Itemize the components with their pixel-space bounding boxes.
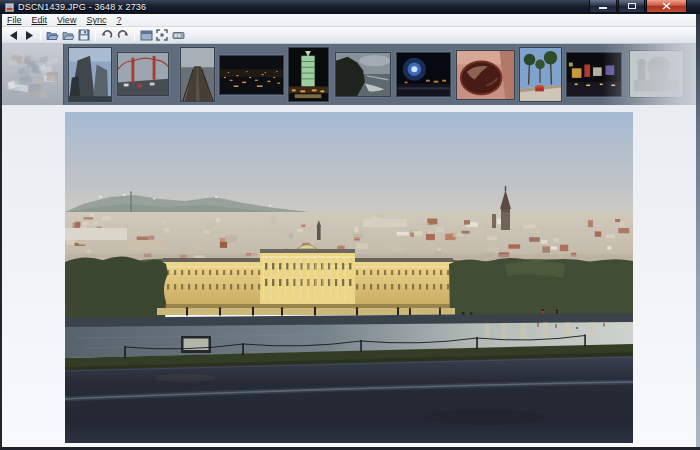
previous-image-button[interactable] [5,28,21,43]
minimize-button[interactable] [589,0,617,13]
window-frame-button[interactable] [138,28,154,43]
next-image-button[interactable] [21,28,37,43]
window-border-left [0,14,2,450]
fullscreen-icon [156,29,168,41]
skyscrapers-image [69,48,111,101]
close-icon [662,2,671,10]
arrow-left-icon [8,30,19,41]
menu-edit[interactable]: Edit [27,15,53,25]
thumbnail-lit-tower[interactable] [288,47,329,102]
open-folder-button[interactable] [60,28,76,43]
toolbar-separator [40,29,41,41]
lit-tower-image [289,48,328,101]
titlebar[interactable]: DSCN1439.JPG - 3648 x 2736 [0,0,700,14]
menu-help[interactable]: ? [111,15,126,25]
toolbar-separator [95,29,96,41]
thumbnail-skyscrapers[interactable] [68,47,112,102]
asphalt-path [65,356,633,443]
window-frame-icon [140,30,153,41]
menu-file[interactable]: File [2,15,27,25]
info-sign [181,336,211,353]
rotate-left-icon [101,29,113,41]
rotate-right-icon [117,29,129,41]
golden-gate-image [118,53,168,95]
fullscreen-button[interactable] [154,28,170,43]
open-file-button[interactable] [44,28,60,43]
close-button[interactable] [646,0,687,13]
maximize-button[interactable] [618,0,645,13]
schoenbrunn-photo [65,112,633,443]
image-viewer-window: DSCN1439.JPG - 3648 x 2736 File Edit Vie… [0,0,700,450]
thumbnail-pier-walkway[interactable] [180,47,215,102]
pier-walkway-image [181,48,214,101]
menu-sync[interactable]: Sync [81,15,111,25]
folder-icon [62,30,75,41]
filmstrip [2,44,698,105]
photo-wall-panel[interactable] [2,44,64,105]
photo-wall-graphic [2,44,64,105]
thumbnail-stormy-coast[interactable] [335,52,391,97]
window-title: DSCN1439.JPG - 3648 x 2736 [18,0,146,14]
thumbnail-sunglasses[interactable] [456,50,515,100]
arrow-right-icon [24,30,35,41]
thumbnail-bar-button[interactable] [170,28,186,43]
menubar: File Edit View Sync ? [2,14,698,27]
rotate-left-button[interactable] [99,28,115,43]
rotate-right-button[interactable] [115,28,131,43]
window-border-right [696,14,700,450]
toolbar-separator [134,29,135,41]
stormy-coast-image [336,53,390,96]
thumbnail-bar-icon [172,31,185,40]
save-button[interactable] [76,28,92,43]
main-image[interactable] [65,112,633,443]
thumbnail-palm-street[interactable] [519,47,562,102]
thumbnail-golden-gate[interactable] [117,52,169,96]
menu-view[interactable]: View [52,15,81,25]
floppy-save-icon [78,29,90,41]
night-panorama-image [220,56,283,94]
toolbar [2,27,698,44]
sunglasses-image [457,51,514,99]
open-folder-icon [46,30,59,41]
thumbnail-blue-glow[interactable] [396,52,451,97]
thumbnail-night-panorama[interactable] [219,55,284,95]
palm-street-image [520,48,561,101]
blue-glow-image [397,53,450,96]
app-icon [5,3,14,12]
trees-left [65,256,168,320]
filmstrip-fade [602,44,698,105]
